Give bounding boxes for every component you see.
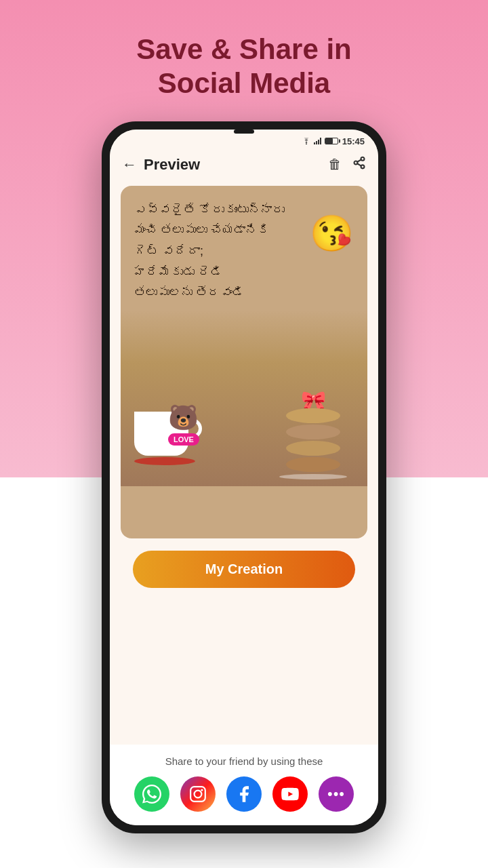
instagram-button[interactable] bbox=[180, 776, 216, 812]
svg-rect-1 bbox=[314, 142, 315, 144]
svg-point-0 bbox=[306, 144, 307, 145]
macaron-2 bbox=[286, 425, 340, 439]
header-title: Preview bbox=[144, 156, 200, 174]
svg-line-8 bbox=[357, 164, 361, 166]
battery-icon bbox=[325, 138, 338, 144]
social-icons-row: ••• bbox=[134, 776, 354, 812]
svg-point-12 bbox=[201, 789, 203, 791]
header-right: 🗑 bbox=[328, 156, 366, 173]
phone-screen: 15:45 ← Preview 🗑 bbox=[110, 130, 378, 825]
youtube-button[interactable] bbox=[272, 776, 308, 812]
svg-rect-4 bbox=[320, 138, 321, 144]
bear-emoji: 🐻 bbox=[168, 403, 199, 432]
delete-button[interactable]: 🗑 bbox=[328, 157, 342, 172]
cup-saucer bbox=[134, 457, 195, 465]
kiss-emoji: 😘 bbox=[310, 213, 354, 254]
whatsapp-button[interactable] bbox=[134, 776, 169, 812]
back-button[interactable]: ← bbox=[122, 156, 137, 174]
card-image-area: 🐻 LOVE 🎀 bbox=[121, 310, 367, 486]
more-button[interactable]: ••• bbox=[319, 776, 354, 812]
svg-rect-3 bbox=[318, 140, 319, 144]
love-badge: LOVE bbox=[168, 433, 199, 446]
svg-rect-10 bbox=[190, 787, 205, 802]
content-area: ఎవ్వరైతే కోరుకుంటున్నారు మంచి తలుపులు చే… bbox=[110, 180, 378, 745]
card-text-area: ఎవ్వరైతే కోరుకుంటున్నారు మంచి తలుపులు చే… bbox=[121, 186, 367, 310]
status-icons bbox=[302, 138, 338, 144]
content-card: ఎవ్వరైతే కోరుకుంటున్నారు మంచి తలుపులు చే… bbox=[121, 186, 367, 538]
status-time: 15:45 bbox=[342, 136, 365, 146]
macaron-plate bbox=[279, 474, 347, 479]
app-header: ← Preview 🗑 bbox=[110, 151, 378, 180]
wifi-icon bbox=[302, 138, 311, 144]
svg-line-9 bbox=[357, 160, 361, 162]
facebook-button[interactable] bbox=[226, 776, 262, 812]
share-button[interactable] bbox=[352, 156, 366, 173]
page-title: Save & Share in Social Media bbox=[109, 33, 378, 101]
header-left: ← Preview bbox=[122, 156, 200, 174]
phone-mockup: 15:45 ← Preview 🗑 bbox=[102, 121, 386, 833]
macaron-3 bbox=[286, 441, 340, 456]
macaron-1 bbox=[286, 408, 340, 423]
signal-icon bbox=[314, 138, 322, 144]
svg-point-11 bbox=[195, 790, 202, 797]
my-creation-button[interactable]: My Creation bbox=[133, 551, 355, 588]
phone-notch bbox=[234, 130, 254, 134]
bear-sticker: 🐻 LOVE bbox=[168, 403, 199, 446]
share-label: Share to your friend by using these bbox=[165, 755, 323, 767]
macarons-stack: 🎀 bbox=[279, 389, 347, 479]
share-section: Share to your friend by using these bbox=[110, 745, 378, 825]
macaron-4 bbox=[286, 457, 340, 472]
svg-rect-2 bbox=[316, 141, 317, 144]
